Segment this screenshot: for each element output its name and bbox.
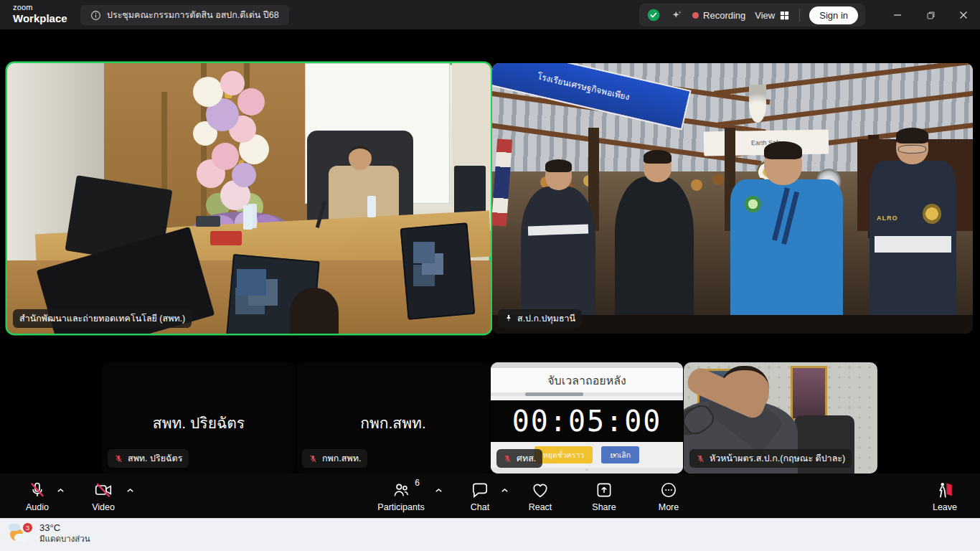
timer-heading: จับเวลาถอยหลัง xyxy=(491,368,683,392)
window-controls xyxy=(881,0,980,30)
participant-name-label: สพท. ปริยฉัตร xyxy=(108,449,189,468)
view-button[interactable]: View xyxy=(755,10,790,21)
video-tile-kaphok[interactable]: กพก.สพท. กพก.สพท. xyxy=(296,362,490,474)
info-icon[interactable] xyxy=(90,10,101,21)
participants-label: Participants xyxy=(377,502,424,512)
participant-name-label: ศทส. xyxy=(496,449,542,468)
weather-widget[interactable]: 3 33°C มีแดดบางส่วน xyxy=(9,522,90,545)
meeting-title: ประชุมคณะกรรมการตัดสิน อสปก.ดีเด่น ปี68 xyxy=(107,8,279,22)
speaker-head xyxy=(349,146,372,170)
participant-name-text: ส.ป.ก.ปทุมธานี xyxy=(517,311,575,326)
audio-options-caret[interactable] xyxy=(56,485,65,498)
participant-name-text: สำนักพัฒนาและถ่ายทอดเทคโนโลยี (สพท.) xyxy=(19,311,185,326)
recording-label: Recording xyxy=(703,10,745,21)
weather-temperature: 33°C xyxy=(39,522,90,534)
timer-digits: 00:05:00 xyxy=(491,400,683,442)
muted-mic-icon xyxy=(28,481,47,499)
person-2-head xyxy=(644,152,672,182)
meeting-control-bar: Audio Video 6 Participants Chat React Sh… xyxy=(0,474,980,518)
conference-phone xyxy=(196,216,220,227)
share-screen-icon xyxy=(595,481,613,499)
zoom-workplace-logo: zoom Workplace xyxy=(13,4,67,24)
restore-button[interactable] xyxy=(914,0,947,30)
timer-cancel-button: ยกเลิก xyxy=(601,446,639,463)
video-button[interactable]: Video xyxy=(82,480,125,512)
heart-react-icon xyxy=(531,481,550,499)
leave-label: Leave xyxy=(933,502,957,512)
minimize-button[interactable] xyxy=(881,0,914,30)
ai-companion-sparkle-icon[interactable] xyxy=(670,9,683,22)
titlebar-right-cluster: Recording View Sign in xyxy=(639,4,865,27)
eyeglasses xyxy=(898,145,925,154)
conference-room-scene xyxy=(7,63,491,334)
display-name: กพก.สพท. xyxy=(296,411,490,435)
participant-name-label: หัวหน้าผตร.ส.ป.ก.(กฤษณะ ดีปาละ) xyxy=(689,449,852,468)
participant-name-text: สพท. ปริยฉัตร xyxy=(128,451,182,466)
participant-name-text: ศทส. xyxy=(517,451,536,466)
audio-button[interactable]: Audio xyxy=(16,480,59,512)
security-shield-icon[interactable] xyxy=(646,8,661,22)
chat-icon xyxy=(471,481,489,499)
person-3-head xyxy=(764,144,803,185)
monitor xyxy=(400,222,475,320)
react-label: React xyxy=(529,502,552,512)
video-tile-pathumthani[interactable]: โรงเรียนเศรษฐกิจพอเพียง Earth Safe xyxy=(492,63,973,334)
zoom-workplace-window: zoom Workplace ประชุมคณะกรรมการตัดสิน อส… xyxy=(0,0,980,551)
weather-sun-cloud-icon: 3 xyxy=(9,522,33,544)
recording-dot-icon xyxy=(692,12,699,19)
video-options-caret[interactable] xyxy=(126,485,135,498)
react-button[interactable]: React xyxy=(519,480,562,512)
person-2-body xyxy=(615,176,694,317)
video-tile-timer[interactable]: จับเวลาถอยหลัง 00:05:00 หยุดชั่วคราว ยกเ… xyxy=(491,362,683,474)
sign-in-button[interactable]: Sign in xyxy=(809,6,858,24)
participant-name-label: กพก.สพท. xyxy=(302,449,367,468)
mouse-cursor-icon xyxy=(611,452,619,460)
weather-description: มีแดดบางส่วน xyxy=(39,534,90,544)
muted-mic-icon xyxy=(503,454,512,463)
more-button[interactable]: More xyxy=(647,480,690,512)
audio-label: Audio xyxy=(26,502,49,512)
participant-name-label: สำนักพัฒนาและถ่ายทอดเทคโนโลยี (สพท.) xyxy=(13,309,192,328)
leave-door-icon xyxy=(936,481,954,499)
hanging-lamp xyxy=(749,85,765,123)
participant-name-text: หัวหน้าผตร.ส.ป.ก.(กฤษณะ ดีปาละ) xyxy=(710,451,845,466)
person-1-head xyxy=(545,162,573,191)
view-label: View xyxy=(755,10,775,21)
share-button[interactable]: Share xyxy=(583,480,626,512)
person-1-body xyxy=(521,187,595,316)
video-tile-sphat-main[interactable]: สำนักพัฒนาและถ่ายทอดเทคโนโลยี (สพท.) xyxy=(7,63,491,334)
leave-button[interactable]: Leave xyxy=(923,480,967,512)
chat-label: Chat xyxy=(471,502,489,512)
share-label: Share xyxy=(592,502,616,512)
chat-button[interactable]: Chat xyxy=(459,480,501,512)
title-bar: zoom Workplace ประชุมคณะกรรมการตัดสิน อส… xyxy=(0,0,980,30)
titlebar-divider xyxy=(799,9,800,22)
grid-view-icon xyxy=(779,10,790,21)
logo-word-zoom: zoom xyxy=(13,4,67,11)
pin-icon xyxy=(504,314,513,323)
chat-options-caret[interactable] xyxy=(500,485,509,498)
logo-word-workplace: Workplace xyxy=(13,13,67,24)
muted-mic-icon xyxy=(308,454,318,463)
participant-name-text: กพก.สพท. xyxy=(322,451,361,466)
alro-vest-text: ALRO xyxy=(877,215,898,222)
participants-button[interactable]: 6 Participants xyxy=(371,480,431,512)
windows-taskbar: 3 33°C มีแดดบางส่วน Search xyxy=(0,518,980,551)
muted-mic-icon xyxy=(696,454,705,463)
video-tile-priyachat[interactable]: สพท. ปริยฉัตร สพท. ปริยฉัตร xyxy=(102,362,296,474)
video-gallery: สำนักพัฒนาและถ่ายทอดเทคโนโลยี (สพท.) โรง… xyxy=(0,30,980,474)
participant-name-label: ส.ป.ก.ปทุมธานี xyxy=(498,309,582,328)
close-button[interactable] xyxy=(947,0,980,30)
muted-mic-icon xyxy=(114,454,123,463)
more-label: More xyxy=(659,502,679,512)
framed-portrait xyxy=(791,366,827,420)
participants-count: 6 xyxy=(415,478,420,488)
participants-options-caret[interactable] xyxy=(434,485,443,498)
more-ellipsis-icon xyxy=(659,481,678,499)
display-name: สพท. ปริยฉัตร xyxy=(102,411,296,435)
timer-pause-button: หยุดชั่วคราว xyxy=(534,446,593,463)
participants-icon xyxy=(392,481,410,499)
attendee-head xyxy=(290,288,338,334)
video-tile-inspector[interactable]: หัวหน้าผตร.ส.ป.ก.(กฤษณะ ดีปาละ) xyxy=(684,362,877,474)
red-tissue-box xyxy=(210,231,242,246)
